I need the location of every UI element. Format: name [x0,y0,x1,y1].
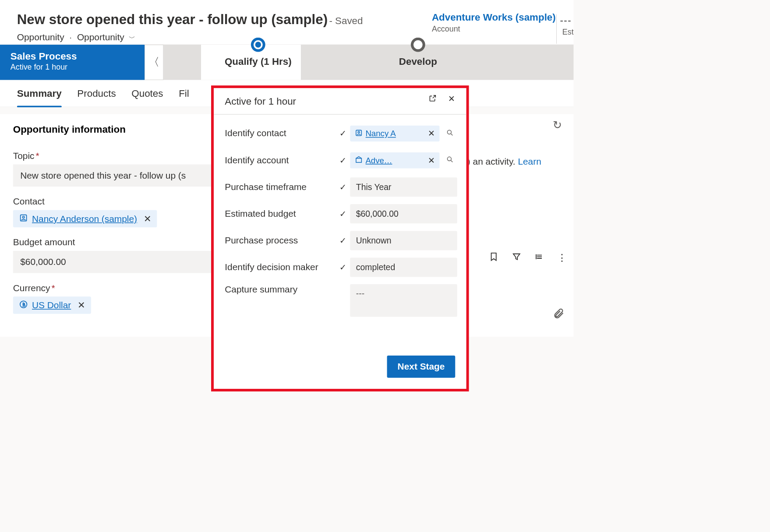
process-strip: Sales Process Active for 1 hour 〈 Qualif… [0,45,574,80]
close-icon[interactable]: ✕ [448,94,455,104]
purchase-process-label: Purchase process [225,235,336,246]
identify-account-link[interactable]: Adve… [365,155,425,165]
required-asterisk: * [35,151,39,161]
tab-summary[interactable]: Summary [17,88,62,106]
currency-icon [19,300,28,310]
check-icon: ✓ [336,155,350,165]
process-duration: Active for 1 hour [11,62,138,71]
header-more-dots: --- [560,15,572,26]
estimated-budget-value[interactable]: $60,000.00 [350,204,457,223]
field-topic: Topic* [13,151,215,187]
svg-rect-6 [356,159,361,162]
identify-account-label: Identify account [225,155,336,166]
identify-contact-value[interactable]: Nancy A ✕ [350,125,457,141]
check-icon: ✓ [336,182,350,192]
budget-input[interactable] [13,251,215,273]
decision-maker-value[interactable]: completed [350,257,457,277]
purchase-timeframe-label: Purchase timeframe [225,182,336,192]
form-selector[interactable]: Opportunity [77,32,124,42]
process-title: Sales Process [11,50,138,61]
tab-products[interactable]: Products [77,88,116,106]
check-icon: ✓ [336,236,350,246]
identify-contact-label: Identify contact [225,128,336,139]
hint-text: an activity. [473,157,518,167]
popout-icon[interactable] [428,94,437,104]
identify-contact-link[interactable]: Nancy A [365,129,425,138]
capture-summary-value[interactable]: --- [350,284,457,317]
stage-flyout: Active for 1 hour ✕ Identify contact ✓ N… [211,85,469,391]
contact-lookup-pill[interactable]: Nancy Anderson (sample) ✕ [13,210,157,227]
svg-point-7 [447,157,451,161]
attachment-icon[interactable] [553,307,565,321]
currency-label-text: Currency [13,283,50,293]
search-icon[interactable] [446,129,454,138]
tab-quotes[interactable]: Quotes [131,88,163,106]
timeline-toolbar: ⋮ [489,252,567,263]
topic-label-text: Topic [13,151,35,161]
tab-files[interactable]: Fil [179,88,189,106]
subtitle-line: Opportunity · Opportunity ﹀ [17,32,363,42]
currency-link[interactable]: US Dollar [32,300,71,310]
check-icon: ✓ [336,262,350,272]
process-header[interactable]: Sales Process Active for 1 hour [0,45,145,80]
record-header: New store opened this year - follow up (… [0,0,574,45]
flyout-header: Active for 1 hour ✕ [214,88,466,114]
contact-icon [355,129,363,138]
subtitle-separator: · [69,32,72,42]
remove-icon[interactable]: ✕ [428,155,435,165]
search-icon[interactable] [446,155,454,165]
account-label: Account [432,24,556,33]
refresh-icon[interactable]: ↻ [553,118,562,131]
record-title: New store opened this year - follow up (… [17,12,328,27]
stage-indicator-inactive-icon [411,38,425,52]
flyout-body: Identify contact ✓ Nancy A ✕ Identify ac… [214,114,466,327]
remove-contact-icon[interactable]: ✕ [144,213,151,224]
currency-label: Currency* [13,283,215,293]
field-budget: Budget amount [13,237,215,273]
contact-icon [19,214,28,224]
currency-lookup-pill[interactable]: US Dollar ✕ [13,296,91,314]
bookmark-icon[interactable] [489,252,498,263]
remove-icon[interactable]: ✕ [428,129,435,138]
field-currency: Currency* US Dollar ✕ [13,283,215,314]
row-purchase-timeframe: Purchase timeframe ✓ This Year [225,177,457,197]
account-link[interactable]: Adventure Works (sample) [432,12,556,23]
contact-link[interactable]: Nancy Anderson (sample) [32,214,137,224]
title-block: New store opened this year - follow up (… [17,12,363,42]
required-asterisk: * [51,283,55,293]
row-estimated-budget: Estimated budget ✓ $60,000.00 [225,204,457,224]
header-divider [556,14,557,44]
next-stage-button[interactable]: Next Stage [387,356,455,378]
decision-maker-label: Identify decision maker [225,262,336,272]
remove-currency-icon[interactable]: ✕ [78,300,85,311]
learn-link[interactable]: Learn [518,157,541,167]
row-capture-summary: Capture summary --- [225,284,457,317]
field-contact: Contact Nancy Anderson (sample) ✕ [13,196,215,227]
account-block[interactable]: Adventure Works (sample) Account [432,12,557,42]
stage-develop-label: Develop [399,56,437,67]
purchase-timeframe-value[interactable]: This Year [350,177,457,197]
svg-point-4 [358,131,360,133]
process-collapse-button[interactable]: 〈 [145,45,163,80]
row-decision-maker: Identify decision maker ✓ completed [225,257,457,277]
activity-hint: ) an activity. Learn [467,157,541,167]
check-icon: ✓ [336,208,350,218]
sort-icon[interactable] [534,252,544,263]
row-identify-account: Identify account ✓ Adve… ✕ [225,150,457,170]
purchase-process-value[interactable]: Unknown [350,231,457,250]
filter-icon[interactable] [512,252,521,263]
identify-account-value[interactable]: Adve… ✕ [350,152,457,169]
entity-name: Opportunity [17,32,64,42]
stage-develop[interactable]: Develop [372,45,464,80]
save-status: - Saved [329,15,363,26]
chevron-down-icon[interactable]: ﹀ [129,34,135,41]
flyout-header-icons: ✕ [428,94,455,104]
check-icon: ✓ [336,128,350,138]
stage-qualify[interactable]: Qualify (1 Hrs) [203,45,314,80]
contact-label: Contact [13,196,215,207]
account-icon [355,155,363,165]
topic-input[interactable] [13,164,215,187]
more-icon[interactable]: ⋮ [557,252,567,263]
estimated-budget-label: Estimated budget [225,208,336,219]
stage-indicator-active-icon [251,38,265,52]
